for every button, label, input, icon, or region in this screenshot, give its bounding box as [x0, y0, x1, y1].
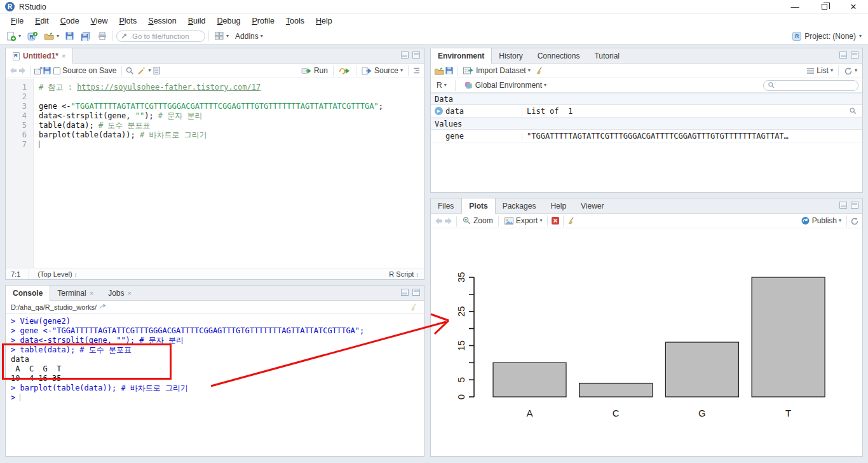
tab-files[interactable]: Files — [431, 198, 461, 213]
minimize-pane-icon[interactable] — [401, 52, 409, 59]
tab-untitled1[interactable]: Untitled1* × — [6, 48, 73, 64]
menu-build[interactable]: Build — [182, 15, 212, 27]
new-project-button[interactable]: R — [25, 30, 40, 43]
close-window-button[interactable]: × — [839, 0, 868, 13]
updown-icon: ↕ — [74, 272, 78, 278]
refresh-plot-icon[interactable] — [850, 217, 859, 225]
menu-tools[interactable]: Tools — [280, 15, 310, 27]
save-button[interactable] — [63, 30, 76, 42]
menu-code[interactable]: Code — [55, 15, 85, 27]
print-button[interactable] — [95, 30, 109, 42]
environment-section-header: Values — [431, 118, 862, 130]
save-icon[interactable] — [43, 66, 51, 75]
source-on-save-checkbox[interactable] — [53, 67, 60, 74]
list-view-button[interactable]: List ▾ — [804, 65, 835, 76]
tab-environment[interactable]: Environment — [431, 48, 492, 64]
environment-search-box[interactable] — [763, 80, 858, 91]
back-icon[interactable] — [9, 67, 18, 74]
minimize-pane-icon[interactable] — [839, 202, 847, 209]
remove-plot-icon[interactable] — [551, 216, 560, 225]
file-type-selector[interactable]: R Script ↕ — [389, 270, 419, 278]
close-tab-icon[interactable]: × — [128, 289, 132, 297]
new-file-button[interactable]: ▾ — [4, 30, 23, 43]
refresh-environment-button[interactable]: ▾ — [842, 66, 859, 76]
menu-plots[interactable]: Plots — [113, 15, 142, 27]
previous-plot-icon[interactable] — [434, 217, 444, 225]
publish-plot-button[interactable]: Publish ▾ — [799, 215, 843, 226]
compile-report-icon[interactable] — [153, 66, 161, 75]
maximize-pane-icon[interactable] — [851, 202, 858, 209]
environment-object-row-data[interactable]: ▶dataList of 1 — [431, 105, 862, 118]
close-tab-icon[interactable]: × — [90, 289, 93, 297]
clear-environment-icon[interactable] — [535, 66, 545, 75]
r-language-selector[interactable]: R ▾ — [435, 79, 449, 91]
tab-console[interactable]: Console — [6, 286, 50, 301]
code-line: gene <-"TGGATTTTTAGTATTCGTTTGGGACGATTTTC… — [39, 102, 424, 111]
minimize-window-button[interactable]: — — [780, 0, 810, 13]
minimize-pane-icon[interactable] — [839, 52, 847, 59]
expand-object-icon[interactable]: ▶ — [435, 107, 443, 115]
menu-session[interactable]: Session — [142, 15, 182, 27]
global-environment-selector[interactable]: Global Environment ▾ — [462, 79, 548, 91]
load-workspace-icon[interactable] — [434, 66, 445, 76]
menu-debug[interactable]: Debug — [212, 15, 247, 27]
code-tools-button[interactable]: ▾ — [135, 65, 153, 76]
close-tab-icon[interactable]: × — [62, 52, 65, 60]
console-prompt[interactable]: > — [11, 393, 424, 403]
pane-layout-button[interactable]: ▾ — [212, 30, 231, 42]
tab-packages[interactable]: Packages — [496, 198, 544, 213]
menu-profile[interactable]: Profile — [246, 15, 280, 27]
menu-file[interactable]: File — [5, 15, 29, 27]
source-tabstrip: Untitled1* × — [6, 48, 424, 64]
tab-plots[interactable]: Plots — [461, 198, 495, 214]
maximize-pane-icon[interactable] — [412, 52, 420, 59]
open-in-new-window-icon[interactable] — [34, 67, 43, 75]
tab-jobs[interactable]: Jobs× — [101, 286, 139, 300]
clear-all-plots-icon[interactable] — [567, 216, 576, 225]
tab-history[interactable]: History — [492, 48, 530, 63]
forward-icon[interactable] — [18, 67, 27, 74]
plots-tabstrip: FilesPlotsPackagesHelpViewer — [431, 198, 862, 214]
zoom-plot-button[interactable]: Zoom — [460, 215, 495, 226]
chevron-down-icon: ▾ — [57, 34, 59, 39]
tab-connections[interactable]: Connections — [531, 48, 588, 63]
menu-view[interactable]: View — [85, 15, 114, 27]
cursor-position: 7:1 — [11, 270, 20, 278]
tab-tutorial[interactable]: Tutorial — [587, 48, 627, 63]
goto-directory-icon[interactable] — [99, 303, 107, 310]
import-dataset-button[interactable]: Import Dataset ▾ — [461, 65, 532, 76]
source-button[interactable]: Source ▾ — [360, 65, 405, 76]
code-editor[interactable]: 1234567 # 참고 : https://soyulsohee-father… — [6, 79, 424, 268]
tab-terminal[interactable]: Terminal× — [50, 286, 101, 300]
find-replace-icon[interactable] — [125, 66, 135, 75]
tab-help[interactable]: Help — [543, 198, 574, 213]
save-all-button[interactable] — [78, 30, 93, 43]
clear-console-icon[interactable] — [409, 303, 419, 312]
export-plot-button[interactable]: Export ▾ — [502, 215, 545, 226]
minimize-pane-icon[interactable] — [401, 289, 409, 296]
code-link[interactable]: https://soyulsohee-father.tistory.com/17 — [77, 83, 261, 92]
maximize-pane-icon[interactable] — [851, 52, 858, 59]
goto-file-box[interactable]: Go to file/function — [116, 31, 205, 42]
next-plot-icon[interactable] — [444, 217, 453, 225]
tab-viewer[interactable]: Viewer — [574, 198, 611, 213]
project-selector[interactable]: R Project: (None) ▾ — [792, 32, 864, 41]
inspect-object-icon[interactable] — [849, 107, 857, 115]
console-output[interactable]: > View(gene2)> gene <-"TGGATTTTTAGTATTCG… — [6, 314, 424, 456]
menu-help[interactable]: Help — [310, 15, 338, 27]
rstudio-logo-icon: R — [5, 2, 15, 11]
document-outline-icon[interactable] — [412, 67, 421, 74]
run-button[interactable]: Run — [299, 65, 330, 76]
menu-edit[interactable]: Edit — [29, 15, 55, 27]
environment-object-row-gene[interactable]: gene"TGGATTTTTAGTATTCGTTTGGGACGATTTTCGGA… — [431, 130, 862, 142]
console-result: data — [11, 355, 424, 364]
source-on-save-toggle[interactable]: Source on Save — [51, 65, 118, 76]
rerun-button[interactable] — [337, 66, 353, 76]
addins-button[interactable]: Addins ▾ — [233, 31, 265, 42]
title-bar: R RStudio — × — [0, 0, 868, 14]
restore-window-button[interactable] — [810, 0, 839, 13]
maximize-pane-icon[interactable] — [412, 289, 420, 296]
open-file-button[interactable]: ▾ — [42, 30, 61, 42]
scope-selector[interactable]: (Top Level) ↕ — [37, 270, 77, 278]
save-workspace-icon[interactable] — [445, 66, 454, 75]
